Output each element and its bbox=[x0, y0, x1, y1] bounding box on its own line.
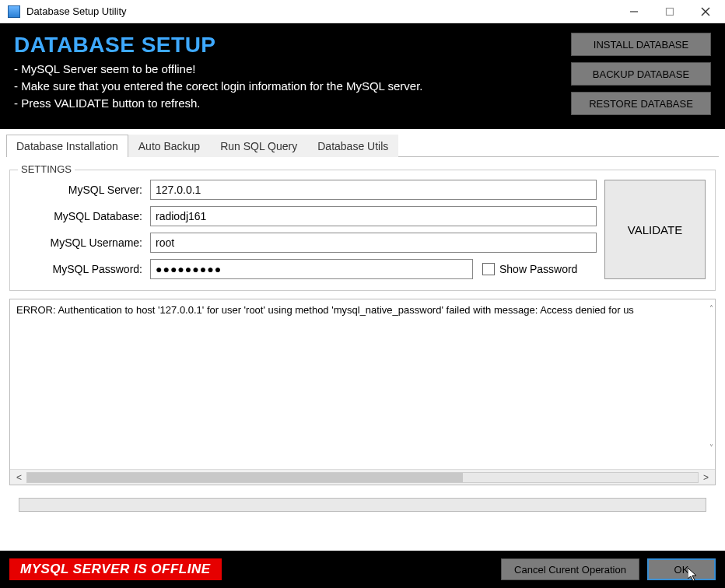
ok-button[interactable]: OK bbox=[647, 558, 716, 580]
minimize-button[interactable] bbox=[616, 1, 652, 23]
tab-run-sql-query[interactable]: Run SQL Query bbox=[210, 135, 307, 157]
settings-fieldset: SETTINGS MySQL Server: MySQL Database: M… bbox=[9, 170, 716, 291]
horizontal-scrollbar[interactable]: < > bbox=[10, 469, 715, 485]
cursor-icon bbox=[688, 568, 700, 583]
tabs: Database Installation Auto Backup Run SQ… bbox=[6, 134, 719, 157]
scroll-down-icon[interactable]: ˅ bbox=[709, 443, 713, 452]
header-buttons: INSTALL DATABASE BACKUP DATABASE RESTORE… bbox=[571, 33, 711, 115]
app-icon bbox=[8, 5, 20, 18]
close-button[interactable] bbox=[688, 1, 723, 23]
header-title: DATABASE SETUP bbox=[14, 33, 563, 58]
svg-rect-1 bbox=[667, 8, 674, 15]
status-badge: MYSQL SERVER IS OFFLINE bbox=[9, 558, 222, 580]
header-line: - Press VALIDATE button to refresh. bbox=[14, 95, 563, 112]
show-password-group: Show Password bbox=[482, 263, 577, 275]
footer: MYSQL SERVER IS OFFLINE Cancel Curent Op… bbox=[0, 551, 725, 588]
validate-button[interactable]: VALIDATE bbox=[604, 180, 706, 279]
progress-bar bbox=[19, 498, 706, 512]
settings-legend: SETTINGS bbox=[18, 163, 75, 175]
header-info: DATABASE SETUP - MySQL Server seem to be… bbox=[14, 33, 563, 115]
header: DATABASE SETUP - MySQL Server seem to be… bbox=[0, 23, 725, 129]
mysql-username-label: MySQL Username: bbox=[19, 236, 150, 249]
mysql-password-input[interactable] bbox=[150, 259, 473, 279]
show-password-label: Show Password bbox=[499, 263, 577, 275]
mysql-database-label: MySQL Database: bbox=[19, 210, 150, 222]
window-titlebar: Database Setup Utility bbox=[0, 0, 725, 23]
cancel-operation-button[interactable]: Cancel Curent Operation bbox=[501, 558, 639, 580]
scroll-left-icon[interactable]: < bbox=[13, 472, 25, 483]
tabs-container: Database Installation Auto Backup Run SQ… bbox=[0, 134, 725, 157]
mysql-database-input[interactable] bbox=[150, 206, 597, 226]
show-password-checkbox[interactable] bbox=[482, 263, 495, 275]
header-line: - Make sure that you entered the corect … bbox=[14, 78, 563, 95]
ok-button-label: OK bbox=[674, 564, 689, 576]
maximize-button[interactable] bbox=[652, 1, 688, 23]
mysql-server-input[interactable] bbox=[150, 180, 597, 200]
log-area: ERROR: Authentication to host '127.0.0.1… bbox=[9, 299, 716, 485]
mysql-server-label: MySQL Server: bbox=[19, 184, 150, 196]
header-line: - MySQL Server seem to be offline! bbox=[14, 61, 563, 78]
window-title: Database Setup Utility bbox=[26, 5, 616, 17]
scroll-up-icon[interactable]: ˄ bbox=[709, 304, 713, 313]
mysql-password-label: MySQL Password: bbox=[19, 263, 150, 275]
tab-panel: SETTINGS MySQL Server: MySQL Database: M… bbox=[0, 157, 725, 512]
mysql-username-input[interactable] bbox=[150, 233, 597, 253]
tab-database-utils[interactable]: Database Utils bbox=[307, 135, 398, 157]
tab-auto-backup[interactable]: Auto Backup bbox=[128, 135, 210, 157]
scrollbar-thumb[interactable] bbox=[27, 473, 463, 482]
restore-database-button[interactable]: RESTORE DATABASE bbox=[571, 92, 711, 115]
backup-database-button[interactable]: BACKUP DATABASE bbox=[571, 62, 711, 86]
install-database-button[interactable]: INSTALL DATABASE bbox=[571, 33, 711, 56]
tab-database-installation[interactable]: Database Installation bbox=[6, 135, 128, 157]
log-line: ERROR: Authentication to host '127.0.0.1… bbox=[16, 304, 634, 316]
header-lines: - MySQL Server seem to be offline! - Mak… bbox=[14, 61, 563, 111]
footer-buttons: Cancel Curent Operation OK bbox=[501, 558, 716, 580]
scroll-right-icon[interactable]: > bbox=[700, 472, 712, 483]
log-text[interactable]: ERROR: Authentication to host '127.0.0.1… bbox=[10, 299, 715, 469]
window-controls bbox=[616, 1, 723, 23]
scrollbar-track[interactable] bbox=[26, 472, 699, 483]
